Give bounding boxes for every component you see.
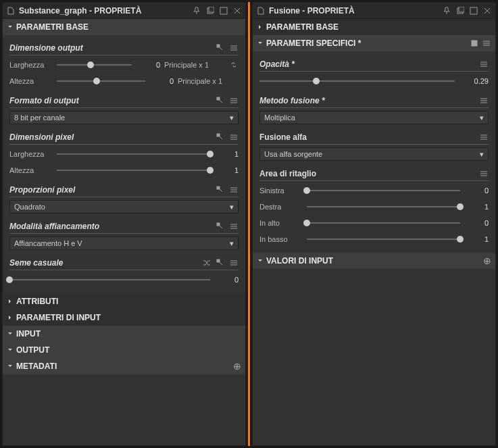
section-parametri-base[interactable]: PARAMETRI BASE [3,19,245,35]
popout-icon[interactable] [455,5,466,16]
expose-icon[interactable] [216,185,225,195]
svg-rect-2 [220,7,227,14]
select-fusione-alfa[interactable]: Usa alfa sorgente ▾ [259,147,489,161]
row-pixel-altezza: Altezza 1 [9,164,239,177]
select-proporzioni[interactable]: Quadrato ▾ [9,200,239,214]
chevron-right-icon [257,24,264,30]
menu-icon[interactable] [229,222,239,231]
expose-icon[interactable] [216,43,225,53]
maximize-icon[interactable] [218,5,229,16]
slider-opacita[interactable] [259,76,455,86]
section-valori-input[interactable]: VALORI DI INPUT ⊕ [253,253,495,269]
slider-destra[interactable] [307,201,460,212]
slider-in-alto[interactable] [307,218,460,228]
chevron-down-icon [7,363,14,370]
slider-seme[interactable] [9,274,210,285]
pin-icon[interactable] [441,5,452,16]
svg-rect-8 [217,259,220,262]
row-larghezza: Larghezza 0 Principale x 1 [9,58,239,72]
section-attributi[interactable]: ATTRIBUTI [3,293,245,309]
chevron-down-icon: ▾ [480,150,484,159]
group-proporzioni-pixel: Proporzioni pixel [9,182,239,197]
panel-header: Substance_graph - PROPRIETÀ [3,3,245,19]
section-parametri-base-right[interactable]: PARAMETRI BASE [253,19,495,35]
group-affiancamento: Modalità affiancamento [9,219,239,234]
select-affiancamento[interactable]: Affiancamento H e V ▾ [9,237,239,250]
svg-rect-12 [472,41,477,46]
section-input[interactable]: INPUT [3,326,245,342]
shuffle-icon[interactable] [202,258,211,268]
link-icon[interactable] [229,60,239,70]
close-icon[interactable] [232,5,243,16]
group-formato-output: Formato di output [9,93,239,108]
slider-larghezza[interactable] [57,59,132,70]
expose-icon[interactable] [216,132,225,142]
chevron-down-icon: ▾ [230,203,234,211]
right-panel: Fusione - PROPRIETÀ PARAMETRI BASE PARAM… [252,2,496,446]
slider-pixel-larghezza[interactable] [57,149,210,159]
chevron-down-icon [7,347,14,353]
preset-icon[interactable] [470,39,479,48]
group-fusione-alfa: Fusione alfa [259,130,489,145]
svg-rect-4 [217,97,220,100]
menu-icon[interactable] [229,185,239,195]
section-output[interactable]: OUTPUT [3,342,245,358]
menu-icon[interactable] [229,96,239,105]
row-opacita: 0.29 [259,74,489,88]
chevron-down-icon [257,40,264,47]
svg-rect-7 [217,223,220,226]
chevron-down-icon: ▾ [230,114,234,122]
group-dimensioni-pixel: Dimensioni pixel [9,130,239,145]
svg-rect-11 [470,7,477,14]
group-area-ritaglio: Area di ritaglio [259,166,489,181]
row-pixel-larghezza: Larghezza 1 [9,147,239,161]
row-seme: 0 [9,273,239,287]
close-icon[interactable] [482,5,493,16]
row-altezza: Altezza 0 Principale x 1 [9,74,239,88]
add-icon[interactable]: ⊕ [483,255,491,266]
expose-icon[interactable] [216,222,225,231]
expose-icon[interactable] [216,96,225,105]
section-parametri-specifici[interactable]: PARAMETRI SPECIFICI * [253,35,495,51]
document-icon [255,5,266,16]
slider-sinistra[interactable] [307,185,460,196]
group-opacita: Opacità * [259,57,489,72]
popout-icon[interactable] [205,5,216,16]
chevron-down-icon [7,24,14,30]
svg-rect-6 [217,186,220,189]
svg-rect-5 [217,134,220,136]
panel-divider[interactable] [248,2,250,446]
add-icon[interactable]: ⊕ [233,361,241,372]
chevron-right-icon [7,298,14,305]
group-metodo-fusione: Metodo fusione * [259,93,489,108]
section-parametri-input[interactable]: PARAMETRI DI INPUT [3,309,245,326]
svg-rect-1 [209,7,214,12]
menu-icon[interactable] [479,169,489,178]
menu-icon[interactable] [229,132,239,142]
menu-icon[interactable] [479,132,489,142]
menu-icon[interactable] [479,59,489,69]
section-metadati[interactable]: METADATI ⊕ [3,358,245,374]
chevron-down-icon: ▾ [230,239,234,248]
row-in-basso: In basso 1 [259,232,489,246]
menu-icon[interactable] [229,43,239,53]
parametri-base-body: Dimensione output Larghezza 0 Principale… [3,35,245,293]
svg-rect-3 [217,45,220,47]
menu-icon[interactable] [479,96,489,105]
select-formato[interactable]: 8 bit per canale ▾ [9,111,239,124]
slider-in-basso[interactable] [307,234,460,245]
document-icon [5,5,16,16]
menu-icon[interactable] [482,39,491,48]
menu-icon[interactable] [229,258,239,268]
parametri-specifici-body: Opacità * 0.29 Metodo fusione * Moltipli… [253,51,495,253]
slider-altezza[interactable] [57,76,145,86]
pin-icon[interactable] [191,5,202,16]
row-destra: Destra 1 [259,200,489,214]
row-in-alto: In alto 0 [259,216,489,230]
slider-pixel-altezza[interactable] [57,165,210,176]
maximize-icon[interactable] [468,5,479,16]
expose-icon[interactable] [216,258,225,268]
select-metodo-fusione[interactable]: Moltiplica ▾ [259,111,489,124]
left-panel: Substance_graph - PROPRIETÀ PARAMETRI BA… [2,2,246,446]
panel-header: Fusione - PROPRIETÀ [253,3,495,19]
